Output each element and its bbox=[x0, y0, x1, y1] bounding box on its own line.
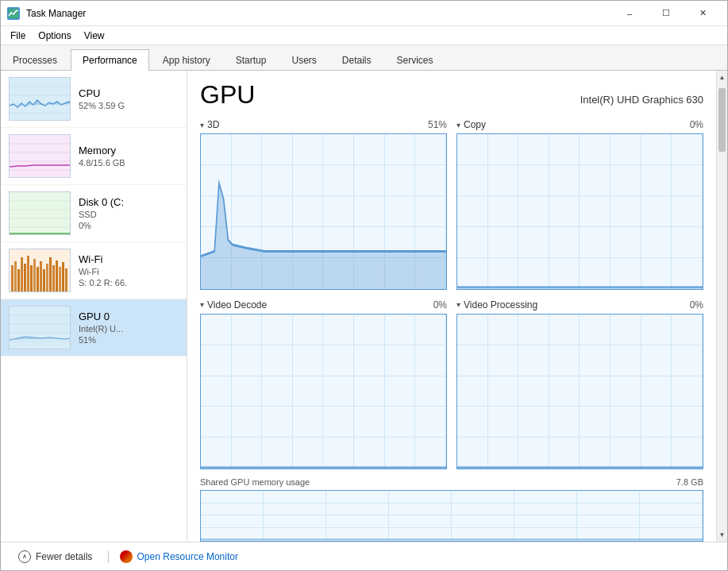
chart-video-processing: ▾ Video Processing 0% bbox=[456, 299, 703, 470]
cpu-name: CPU bbox=[79, 87, 179, 99]
shared-memory-chart bbox=[200, 490, 703, 542]
svg-rect-20 bbox=[21, 257, 23, 291]
shared-memory-header: Shared GPU memory usage 7.8 GB bbox=[200, 477, 703, 487]
sidebar-item-gpu[interactable]: GPU 0 Intel(R) U... 51% bbox=[1, 299, 187, 357]
chart-video-decode-area bbox=[200, 314, 447, 470]
chart-video-processing-area bbox=[456, 314, 703, 470]
close-button[interactable]: ✕ bbox=[684, 1, 721, 26]
gpu-pct: 51% bbox=[79, 335, 179, 345]
scroll-track bbox=[717, 84, 727, 528]
wifi-name: Wi-Fi bbox=[79, 253, 179, 265]
wifi-type: Wi-Fi bbox=[79, 267, 179, 276]
tab-details[interactable]: Details bbox=[330, 49, 383, 71]
menu-options[interactable]: Options bbox=[32, 29, 77, 43]
sidebar-item-cpu[interactable]: CPU 52% 3.59 G bbox=[1, 71, 187, 128]
resource-monitor-icon bbox=[120, 550, 133, 563]
chart-copy-label-row: ▾ Copy 0% bbox=[456, 119, 703, 130]
cpu-thumbnail bbox=[9, 77, 71, 121]
svg-rect-28 bbox=[46, 264, 48, 291]
chart-3d-pct: 51% bbox=[428, 119, 447, 130]
disk-pct: 0% bbox=[79, 221, 179, 230]
chevron-video-processing-icon: ▾ bbox=[456, 300, 460, 309]
memory-name: Memory bbox=[79, 145, 179, 156]
chart-video-decode-label-row: ▾ Video Decode 0% bbox=[200, 299, 447, 311]
chart-video-processing-label-row: ▾ Video Processing 0% bbox=[456, 299, 703, 311]
fewer-details-icon: ∧ bbox=[18, 550, 31, 563]
svg-rect-26 bbox=[40, 261, 42, 291]
main-content: CPU 52% 3.59 G Memory bbox=[1, 71, 727, 542]
tab-bar: Processes Performance App history Startu… bbox=[1, 45, 727, 71]
menu-view[interactable]: View bbox=[78, 29, 111, 43]
scroll-down-arrow[interactable]: ▼ bbox=[717, 528, 728, 542]
svg-rect-35 bbox=[10, 307, 71, 349]
maximize-button[interactable]: ☐ bbox=[648, 1, 684, 26]
fewer-details-button[interactable]: ∧ Fewer details bbox=[13, 547, 97, 566]
chart-3d-name: 3D bbox=[207, 119, 428, 130]
chart-copy-pct: 0% bbox=[690, 119, 703, 130]
shared-memory-section: Shared GPU memory usage 7.8 GB bbox=[200, 477, 703, 542]
scroll-up-arrow[interactable]: ▲ bbox=[717, 71, 728, 84]
svg-rect-21 bbox=[24, 264, 26, 291]
chart-3d-area bbox=[200, 133, 447, 290]
memory-thumbnail bbox=[9, 134, 71, 178]
tab-processes[interactable]: Processes bbox=[1, 49, 69, 71]
svg-rect-6 bbox=[10, 135, 71, 178]
svg-rect-24 bbox=[33, 259, 36, 291]
chart-video-processing-name: Video Processing bbox=[464, 299, 690, 311]
memory-info: Memory 4.8/15.6 GB bbox=[79, 145, 179, 168]
wifi-thumbnail bbox=[9, 249, 71, 292]
disk-info: Disk 0 (C: SSD 0% bbox=[79, 196, 179, 230]
disk-name: Disk 0 (C: bbox=[79, 196, 179, 208]
sidebar-item-disk[interactable]: Disk 0 (C: SSD 0% bbox=[1, 185, 187, 242]
chart-video-decode-pct: 0% bbox=[433, 299, 447, 311]
cpu-info: CPU 52% 3.59 G bbox=[79, 87, 179, 110]
svg-rect-29 bbox=[49, 257, 52, 291]
window-controls: – ☐ ✕ bbox=[611, 1, 721, 26]
sidebar-item-memory[interactable]: Memory 4.8/15.6 GB bbox=[1, 128, 187, 185]
task-manager-window: Task Manager – ☐ ✕ File Options View Pro… bbox=[0, 0, 728, 571]
chevron-copy-icon: ▾ bbox=[456, 121, 460, 129]
tab-users[interactable]: Users bbox=[279, 49, 328, 71]
svg-rect-32 bbox=[59, 267, 61, 291]
window-title: Task Manager bbox=[26, 8, 611, 19]
gpu-thumbnail bbox=[9, 306, 71, 349]
app-icon bbox=[7, 7, 20, 20]
gpu-panel-title: GPU bbox=[200, 80, 255, 110]
tab-app-history[interactable]: App history bbox=[151, 49, 222, 71]
chart-video-decode-name: Video Decode bbox=[207, 299, 433, 311]
gpu-panel-subtitle: Intel(R) UHD Graphics 630 bbox=[580, 94, 703, 106]
open-resource-monitor-link[interactable]: Open Resource Monitor bbox=[120, 550, 238, 563]
minimize-button[interactable]: – bbox=[611, 1, 648, 26]
menu-bar: File Options View bbox=[1, 26, 727, 45]
tab-performance[interactable]: Performance bbox=[71, 49, 149, 71]
gpu-name: GPU 0 bbox=[79, 311, 179, 322]
open-resource-monitor-label: Open Resource Monitor bbox=[137, 551, 238, 562]
scrollbar: ▲ ▼ bbox=[716, 71, 727, 542]
fewer-details-label: Fewer details bbox=[36, 551, 92, 562]
chevron-3d-icon: ▾ bbox=[200, 121, 204, 129]
tab-services[interactable]: Services bbox=[385, 49, 445, 71]
sidebar-item-wifi[interactable]: Wi-Fi Wi-Fi S: 0.2 R: 66. bbox=[1, 242, 187, 299]
disk-type: SSD bbox=[79, 210, 179, 219]
svg-rect-27 bbox=[43, 269, 45, 291]
svg-rect-23 bbox=[30, 265, 33, 291]
scroll-thumb[interactable] bbox=[718, 88, 726, 152]
svg-rect-25 bbox=[37, 267, 39, 291]
svg-rect-17 bbox=[11, 265, 13, 291]
chart-video-decode: ▾ Video Decode 0% bbox=[200, 299, 447, 470]
svg-rect-18 bbox=[14, 261, 17, 291]
memory-stats: 4.8/15.6 GB bbox=[79, 158, 179, 168]
svg-rect-34 bbox=[65, 268, 67, 291]
chart-3d-label-row: ▾ 3D 51% bbox=[200, 119, 447, 130]
tab-startup[interactable]: Startup bbox=[224, 49, 279, 71]
gpu-detail-panel: GPU Intel(R) UHD Graphics 630 ▾ 3D 51% bbox=[187, 71, 716, 542]
svg-rect-22 bbox=[27, 256, 29, 291]
chevron-video-decode-icon: ▾ bbox=[200, 300, 204, 309]
gpu-model: Intel(R) U... bbox=[79, 324, 179, 334]
shared-memory-value: 7.8 GB bbox=[676, 477, 703, 487]
shared-memory-label: Shared GPU memory usage bbox=[200, 477, 310, 487]
menu-file[interactable]: File bbox=[4, 29, 32, 43]
wifi-stats: S: 0.2 R: 66. bbox=[79, 278, 179, 287]
chart-video-processing-pct: 0% bbox=[690, 299, 703, 311]
svg-rect-31 bbox=[56, 260, 58, 291]
